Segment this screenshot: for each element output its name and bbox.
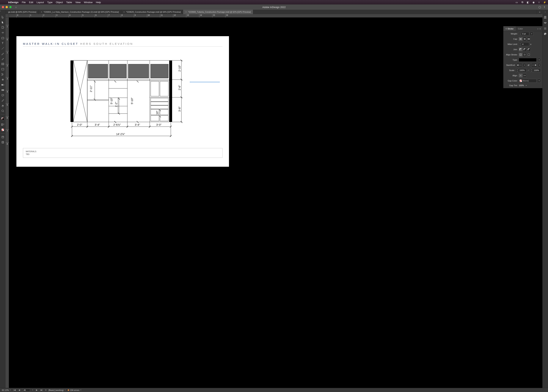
vertical-ruler[interactable]: 1 0 1 2 3 4 5 6 7 8: [6, 18, 9, 388]
hint-bulb-icon[interactable]: ◯: [539, 6, 541, 8]
paragraph-style-field[interactable]: [Basic] (working)▼: [49, 389, 66, 391]
gap-color-swatch[interactable]: [None]: [519, 79, 537, 83]
last-page-button[interactable]: ▶|: [40, 389, 43, 391]
menu-type[interactable]: Type: [47, 1, 52, 4]
document-viewport[interactable]: MASTER WALK-IN CLOSET HERS SOUTH ELEVATI…: [9, 18, 542, 388]
minimize-window-button[interactable]: [6, 6, 8, 8]
menu-window[interactable]: Window: [84, 1, 92, 4]
rectangle-tool[interactable]: [1, 67, 5, 71]
close-icon[interactable]: ×: [124, 11, 125, 13]
stroke-type-swatch[interactable]: [519, 58, 537, 62]
zoom-tray-icon[interactable]: ▭: [515, 1, 518, 4]
stroke-panel-icon[interactable]: [543, 27, 547, 30]
zoom-tool[interactable]: [1, 109, 5, 113]
scale-end-input[interactable]: ▲▼: [530, 69, 541, 72]
menu-view[interactable]: View: [75, 1, 81, 4]
document-tab[interactable]: ×*220908_Tuberia_Construction Package.in…: [183, 10, 253, 14]
links-panel-icon[interactable]: [543, 21, 547, 25]
rectangle-frame-tool[interactable]: [1, 62, 5, 66]
eyedropper-tool[interactable]: [1, 98, 5, 103]
weight-dropdown[interactable]: ▼: [530, 32, 533, 36]
preflight-profile-icon[interactable]: ⊕: [45, 389, 47, 391]
join-round-button[interactable]: [523, 48, 527, 51]
gradient-swatch-tool[interactable]: [1, 83, 5, 87]
view-mode-preview[interactable]: [1, 140, 5, 144]
scissors-tool[interactable]: [1, 72, 5, 77]
selection-tool[interactable]: [1, 15, 5, 19]
battery-icon[interactable]: ⚡: [543, 1, 546, 4]
note-tool[interactable]: [1, 93, 5, 97]
document-tab[interactable]: ×*220831_La Vista_Harrison_Construction …: [39, 10, 121, 14]
gap-tool[interactable]: [1, 31, 5, 35]
menu-file[interactable]: File: [22, 1, 26, 4]
type-tool[interactable]: T: [1, 41, 5, 45]
arrow-align-tip-button[interactable]: [519, 74, 522, 77]
next-page-button[interactable]: ▶: [35, 389, 38, 391]
menu-edit[interactable]: Edit: [29, 1, 33, 4]
pencil-tool[interactable]: [1, 57, 5, 61]
cc-tray-icon[interactable]: ◧: [526, 1, 529, 4]
stroke-panel[interactable]: Stroke Color »≡ Weight: ▲▼ ▼ Cap: Miter …: [503, 26, 542, 88]
preflight-errors[interactable]: 104 errors▼: [68, 389, 82, 391]
tab-color[interactable]: Color: [516, 26, 525, 31]
content-collector-tool[interactable]: [1, 36, 5, 40]
selection-bounding-box[interactable]: [190, 82, 220, 82]
elevation-drawing[interactable]: 2'-0" 3'-4" 2'-6⅞" 3'-4" 3'-0" 14'-2⅞": [70, 59, 190, 145]
direct-selection-tool[interactable]: [1, 20, 5, 24]
page[interactable]: MASTER WALK-IN CLOSET HERS SOUTH ELEVATI…: [16, 36, 229, 167]
apply-none[interactable]: [1, 128, 5, 132]
close-icon[interactable]: ×: [41, 11, 42, 13]
menu-help[interactable]: Help: [96, 1, 101, 4]
tab-overflow-button[interactable]: »: [537, 10, 542, 14]
prev-page-button[interactable]: ◀: [18, 389, 21, 391]
menu-table[interactable]: Table: [66, 1, 72, 4]
link-scale-icon[interactable]: ⤢: [527, 69, 529, 72]
pen-tool[interactable]: [1, 51, 5, 56]
stroke-type-dropdown[interactable]: ▼: [538, 58, 541, 62]
miter-limit-input[interactable]: ▲▼: [519, 42, 529, 46]
gap-color-dropdown[interactable]: ▼: [538, 79, 541, 83]
formatting-container-toggle[interactable]: T: [1, 123, 5, 127]
weight-input[interactable]: ▲▼: [519, 32, 529, 36]
align-stroke-center-button[interactable]: [519, 53, 522, 56]
toolbox-collapse[interactable]: «: [0, 10, 6, 14]
ruler-origin[interactable]: [6, 14, 9, 18]
page-number-input[interactable]: [22, 389, 30, 392]
view-mode-normal[interactable]: [1, 135, 5, 139]
apple-icon[interactable]: [2, 1, 5, 4]
maximize-window-button[interactable]: [9, 6, 12, 8]
app-name[interactable]: InDesign: [8, 1, 18, 4]
panel-menu-icon[interactable]: ≡: [540, 28, 541, 30]
arrow-align-end-button[interactable]: [523, 74, 527, 77]
hand-tool[interactable]: [1, 104, 5, 108]
bluetooth-icon[interactable]: ᚼ: [538, 1, 541, 4]
align-stroke-inside-button[interactable]: [523, 53, 527, 56]
fill-stroke-swatch[interactable]: [1, 116, 5, 121]
right-dock-collapse[interactable]: «: [542, 10, 548, 14]
page-tool[interactable]: [1, 25, 5, 29]
end-arrow-dropdown[interactable]: ▼: [538, 63, 541, 67]
menu-layout[interactable]: Layout: [36, 1, 44, 4]
scale-start-input[interactable]: ▲▼: [516, 69, 526, 72]
home-button[interactable]: ⌂: [15, 6, 17, 8]
close-icon[interactable]: ×: [185, 11, 187, 13]
join-miter-button[interactable]: [519, 48, 522, 51]
horizontal-ruler[interactable]: 0 1 2 3 4 5 6 7 8 9 10 11 12 13 14 15 16: [9, 14, 542, 18]
cloud-tray-icon[interactable]: ⧉: [521, 1, 524, 4]
zoom-field[interactable]: 62.12%▼: [2, 389, 11, 391]
gap-tint-slider-icon[interactable]: ▸: [526, 84, 527, 86]
first-page-button[interactable]: |◀: [13, 389, 16, 391]
swap-arrows-button[interactable]: ⇄: [527, 63, 530, 67]
document-tab[interactable]: ge.indd @ 64% [GPU Preview]: [6, 10, 39, 14]
close-window-button[interactable]: [2, 6, 4, 8]
page-dropdown[interactable]: ▼: [32, 389, 33, 391]
line-tool[interactable]: [1, 46, 5, 50]
menu-object[interactable]: Object: [56, 1, 63, 4]
cap-projecting-button[interactable]: [527, 37, 531, 41]
align-stroke-outside-button[interactable]: [527, 53, 531, 56]
free-transform-tool[interactable]: [1, 77, 5, 82]
document-tab[interactable]: ×*220628_Construction Package.indd @ 64%…: [121, 10, 183, 14]
record-tray-icon[interactable]: ◉: [532, 1, 535, 4]
pages-panel-icon[interactable]: [543, 16, 547, 19]
cap-round-button[interactable]: [523, 37, 527, 41]
